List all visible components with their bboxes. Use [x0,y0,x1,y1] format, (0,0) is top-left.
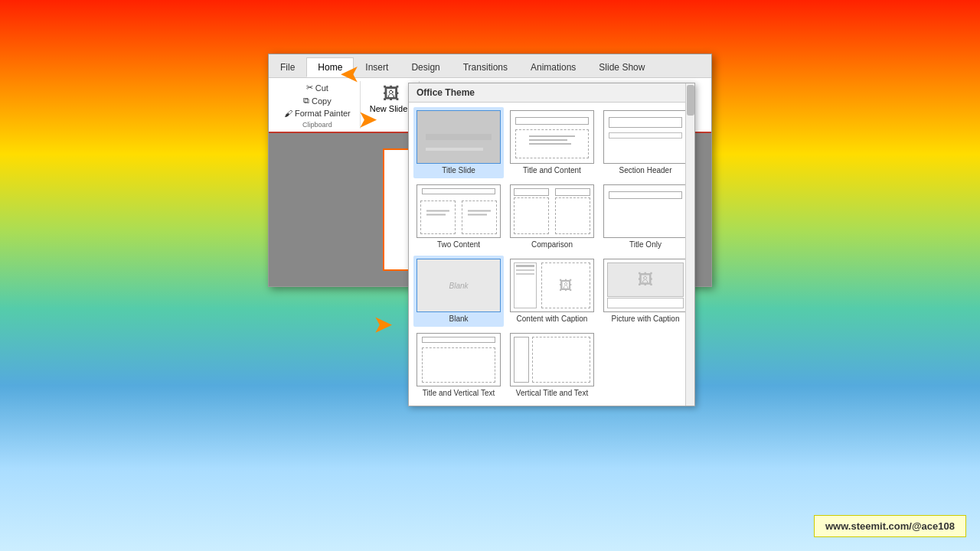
blank-layout-arrow: ➤ [374,312,391,337]
layout-item-two-content[interactable]: Two Content [413,181,504,253]
label-title-vertical: Title and Vertical Text [423,389,495,398]
home-tab-arrow: ➤ [341,63,358,88]
cut-button[interactable]: ✂ Cut [303,81,332,94]
layout-item-section-header[interactable]: Section Header [600,107,691,178]
thumb-vertical-title [510,333,594,386]
layout-item-title-vertical[interactable]: Title and Vertical Text [413,330,504,401]
label-title-slide: Title Slide [442,166,475,175]
scrollbar-thumb [687,85,694,116]
layout-item-title-content[interactable]: Title and Content [507,107,597,178]
theme-scrollbar[interactable] [685,83,694,406]
copy-button[interactable]: ⧉ Copy [300,94,335,107]
clipboard-group: ✂ Cut ⧉ Copy 🖌 Format Painter Clipboard [275,81,361,129]
tab-design[interactable]: Design [400,57,451,77]
thumb-title-content [510,110,594,164]
layout-item-content-caption[interactable]: 🖼 Content with Caption [507,256,597,327]
label-comparison: Comparison [531,240,573,249]
label-picture-caption: Picture with Caption [612,315,680,324]
label-section-header: Section Header [619,166,672,175]
clipboard-label: Clipboard [302,121,332,129]
layout-item-blank[interactable]: Blank Blank [413,256,504,327]
thumb-blank: Blank [416,259,501,312]
format-painter-button[interactable]: 🖌 Format Painter [281,107,354,119]
label-title-content: Title and Content [523,166,581,175]
copy-icon: ⧉ [303,96,309,106]
layout-item-title-only[interactable]: Title Only [600,181,691,253]
layout-item-vertical-title[interactable]: Vertical Title and Text [507,330,597,401]
thumb-two-content [416,184,501,238]
layout-item-title-slide[interactable]: Title Slide [413,107,504,178]
tab-slideshow[interactable]: Slide Show [587,57,656,77]
layout-item-picture-caption[interactable]: 🖼 Picture with Caption [600,256,691,327]
label-vertical-title: Vertical Title and Text [516,389,588,398]
tab-insert[interactable]: Insert [354,57,400,77]
tab-transitions[interactable]: Transitions [452,57,519,77]
thumb-picture-caption: 🖼 [603,259,688,312]
theme-panel-title: Office Theme [409,83,694,103]
layout-item-comparison[interactable]: Comparison [507,181,597,253]
label-two-content: Two Content [437,240,480,249]
thumb-title-only [603,184,688,238]
theme-dropdown: Office Theme Title Slide [408,83,695,406]
thumb-title-slide [416,110,501,164]
label-content-caption: Content with Caption [517,315,588,324]
tab-file[interactable]: File [269,57,306,77]
watermark: www.steemit.com/@ace108 [814,515,966,537]
tab-animations[interactable]: Animations [519,57,587,77]
new-slide-icon: 🖼 [383,84,400,104]
layout-grid: Title Slide Title and Content [409,103,694,406]
thumb-section-header [603,110,688,164]
thumb-content-caption: 🖼 [510,259,594,312]
thumb-comparison [510,184,594,238]
cut-icon: ✂ [306,83,313,93]
new-slide-arrow: ➤ [358,107,376,132]
label-blank: Blank [449,315,468,324]
ribbon-tabs: File Home Insert Design Transitions Anim… [269,54,711,78]
format-painter-icon: 🖌 [284,109,292,118]
label-title-only: Title Only [629,240,662,249]
thumb-title-vertical [416,333,501,386]
